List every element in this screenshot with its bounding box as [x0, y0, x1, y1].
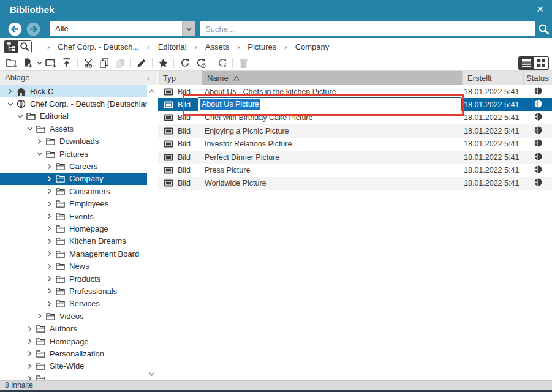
chevron-right-icon[interactable]: [7, 88, 13, 94]
chevron-down-icon[interactable]: [182, 21, 195, 36]
column-header-status[interactable]: Status: [524, 71, 552, 85]
chevron-right-icon[interactable]: [47, 213, 53, 219]
folder-icon: [36, 325, 45, 333]
tree-item-professionals[interactable]: Professionals: [0, 285, 147, 297]
tree-item-kitchen-dreams[interactable]: Kitchen Dreams: [0, 235, 147, 247]
publication-status-icon: [534, 153, 542, 162]
tree-item-label: Management Board: [69, 249, 139, 258]
chevron-right-icon[interactable]: [27, 363, 33, 369]
table-row[interactable]: BildChef with Birthday Cake Picture18.01…: [158, 111, 552, 124]
tree-item-company[interactable]: Company: [0, 173, 147, 185]
chevron-right-icon[interactable]: [47, 301, 53, 307]
tree-scrollbar[interactable]: [147, 85, 156, 380]
table-row[interactable]: BildEnjoying a Picnic Picture18.01.2022 …: [158, 124, 552, 137]
chevron-down-icon[interactable]: [17, 113, 23, 119]
chevron-down-icon[interactable]: [27, 126, 33, 132]
tree-item-videos[interactable]: Videos: [0, 310, 147, 322]
tree-item-homepage[interactable]: Homepage: [0, 222, 147, 235]
thumbnail-view-button[interactable]: [534, 57, 548, 69]
chevron-right-icon[interactable]: [47, 251, 53, 257]
breadcrumb-item[interactable]: Assets: [205, 42, 229, 51]
tree-item-services[interactable]: Services: [0, 298, 147, 310]
tree-item-consumers[interactable]: Consumers: [0, 185, 147, 197]
approve-publish-button[interactable]: [192, 56, 208, 70]
new-content-button[interactable]: [20, 56, 36, 70]
chevron-right-icon[interactable]: [47, 263, 53, 270]
forward-button[interactable]: [26, 22, 40, 36]
tree-item-site-wide[interactable]: Site-Wide: [0, 360, 147, 372]
tree-item-rick-c[interactable]: Rick C: [0, 85, 147, 97]
column-header-name[interactable]: Name: [202, 71, 463, 85]
chevron-right-icon[interactable]: [37, 313, 43, 319]
new-content-chevron[interactable]: [36, 56, 43, 70]
chevron-right-icon[interactable]: [27, 375, 33, 380]
search-mode-button[interactable]: [18, 41, 31, 53]
close-icon[interactable]: ×: [537, 2, 543, 16]
tree-item-events[interactable]: Events: [0, 210, 147, 222]
chevron-right-icon[interactable]: [27, 338, 33, 344]
view-mode-toggle: [518, 56, 549, 70]
chevron-right-icon[interactable]: [47, 238, 53, 244]
scroll-down-icon[interactable]: [147, 369, 156, 379]
publish-button[interactable]: [176, 56, 192, 70]
cut-button[interactable]: [80, 56, 96, 70]
chevron-right-icon[interactable]: [47, 276, 53, 282]
search-input[interactable]: [200, 21, 535, 36]
table-row[interactable]: BildPerfect Dinner Picture18.01.2022 5:4…: [158, 151, 552, 164]
column-header-typ[interactable]: Typ: [158, 71, 202, 85]
collapse-panel-icon[interactable]: ‹: [147, 71, 149, 85]
withdraw-button[interactable]: [214, 56, 230, 70]
tree-item-pictures[interactable]: Pictures: [0, 148, 147, 160]
tree-item-assets[interactable]: Assets: [0, 123, 147, 135]
upload-button[interactable]: [59, 56, 75, 70]
globe-icon: [17, 99, 26, 108]
folder-icon: [46, 150, 55, 158]
chevron-right-icon[interactable]: [47, 188, 53, 194]
type-filter-dropdown[interactable]: Alle: [50, 21, 195, 36]
table-row[interactable]: BildAbout Us - Chefs in the kitchen Pict…: [158, 85, 552, 98]
chevron-right-icon[interactable]: [47, 225, 53, 232]
breadcrumb-item[interactable]: Editorial: [158, 42, 187, 51]
search-icon[interactable]: [535, 23, 552, 35]
chevron-right-icon[interactable]: [27, 326, 33, 332]
new-folder-button[interactable]: [4, 56, 20, 70]
tree-item-careers[interactable]: Careers: [0, 160, 147, 172]
table-row[interactable]: BildInvestor Relations Picture18.01.2022…: [158, 138, 552, 151]
tree-item-chef-corp-deutsch-deutschland-[interactable]: Chef Corp. - Deutsch (Deutschland): [0, 97, 147, 110]
tree-item-personalization[interactable]: Personalization: [0, 347, 147, 360]
edit-button[interactable]: [134, 56, 149, 70]
chevron-down-icon[interactable]: [7, 101, 13, 107]
chevron-right-icon[interactable]: [37, 138, 43, 145]
chevron-right-icon[interactable]: [47, 176, 53, 182]
breadcrumb-item[interactable]: Pictures: [248, 42, 276, 51]
table-row[interactable]: BildPress Picture18.01.2022 5:41: [158, 164, 552, 176]
bookmark-button[interactable]: [155, 56, 171, 70]
chevron-right-icon[interactable]: [27, 350, 33, 356]
chevron-down-icon[interactable]: [37, 151, 43, 157]
table-row[interactable]: BildWorldwide Picture18.01.2022 5:41: [158, 177, 552, 190]
scroll-up-icon[interactable]: [147, 86, 156, 96]
tree-item-editorial[interactable]: Editorial: [0, 110, 147, 123]
tree-item-management-board[interactable]: Management Board: [0, 247, 147, 260]
name-cell: Investor Relations Picture: [202, 140, 463, 148]
chevron-right-icon[interactable]: [47, 164, 53, 170]
tree-item-news[interactable]: News: [0, 260, 147, 272]
folder-icon: [56, 300, 65, 307]
breadcrumb-item[interactable]: Company: [295, 42, 330, 51]
tree-item-employees[interactable]: Employees: [0, 198, 147, 210]
copy-button[interactable]: [96, 56, 112, 70]
breadcrumb-item[interactable]: Chef Corp. - Deutsch...: [58, 42, 139, 51]
chevron-right-icon[interactable]: [47, 288, 53, 294]
tree-item-products[interactable]: Products: [0, 273, 147, 285]
tree-item-homepage[interactable]: Homepage: [0, 335, 147, 347]
chevron-right-icon[interactable]: [47, 201, 53, 207]
name-edit-input[interactable]: About Us Picture: [198, 97, 461, 111]
column-header-erstellt[interactable]: Erstellt: [463, 71, 524, 85]
tree-mode-button[interactable]: [4, 41, 18, 53]
list-view-button[interactable]: [519, 57, 534, 69]
tree-item-authors[interactable]: Authors: [0, 322, 147, 334]
tree-item-downloads[interactable]: Downloads: [0, 135, 147, 148]
tree-item-clipped[interactable]: [0, 372, 147, 380]
back-button[interactable]: [8, 22, 22, 36]
add-image-button[interactable]: [43, 56, 59, 70]
